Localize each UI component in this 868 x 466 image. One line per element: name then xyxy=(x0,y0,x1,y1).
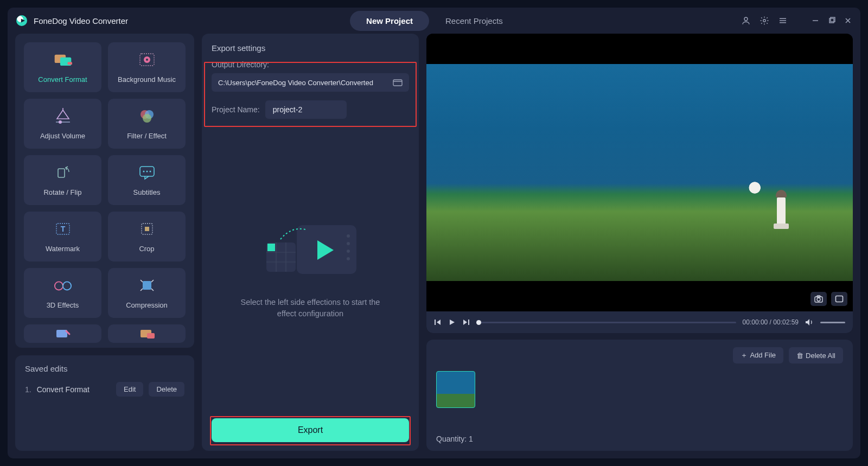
video-preview[interactable] xyxy=(426,34,853,311)
svg-rect-7 xyxy=(831,17,835,22)
tool-label: Compression xyxy=(126,301,168,309)
browse-folder-icon[interactable] xyxy=(393,78,403,87)
svg-rect-22 xyxy=(58,169,65,177)
project-tabs: New Project Recent Projects xyxy=(135,11,735,31)
window-close-icon[interactable] xyxy=(844,17,852,24)
output-directory-value: C:\Users\pc\FoneDog Video Converter\Conv… xyxy=(218,79,393,87)
tool-convert-format[interactable]: Convert Format xyxy=(24,42,101,92)
tool-label: Background Music xyxy=(118,75,176,84)
tool-adjust-volume[interactable]: Adjust Volume xyxy=(24,99,101,149)
volume-icon[interactable] xyxy=(805,318,814,326)
saved-edit-name: Convert Format xyxy=(37,385,111,394)
window-minimize-icon[interactable] xyxy=(812,17,819,24)
settings-icon[interactable] xyxy=(760,16,769,25)
titlebar: FoneDog Video Converter New Project Rece… xyxy=(8,8,860,34)
project-name-input[interactable] xyxy=(265,100,347,119)
convert-format-icon xyxy=(54,52,72,68)
svg-point-15 xyxy=(146,59,148,61)
svg-rect-49 xyxy=(267,244,275,251)
glasses-3d-icon xyxy=(54,277,72,293)
svg-rect-12 xyxy=(67,62,72,65)
tool-label: Rotate / Flip xyxy=(43,188,81,196)
svg-text:T: T xyxy=(60,225,65,233)
tab-new-project[interactable]: New Project xyxy=(350,11,429,31)
export-settings-title: Export settings xyxy=(212,43,409,53)
volume-slider[interactable] xyxy=(820,322,845,323)
add-file-button[interactable]: ＋Add File xyxy=(733,347,783,363)
edit-button[interactable]: Edit xyxy=(116,382,143,397)
svg-point-43 xyxy=(347,257,350,260)
enhance-icon xyxy=(54,329,72,341)
right-column: 00:00:00 / 00:02:59 ＋Add File 🗑Delete Al… xyxy=(426,34,853,451)
volume-icon xyxy=(54,108,72,124)
tool-more-2[interactable] xyxy=(108,324,186,343)
tool-background-music[interactable]: Background Music xyxy=(108,42,186,92)
snapshot-icon[interactable] xyxy=(810,292,827,306)
next-frame-icon[interactable] xyxy=(462,318,470,326)
output-directory-label: Output Directory: xyxy=(212,60,409,69)
svg-rect-34 xyxy=(143,281,151,290)
prev-frame-icon[interactable] xyxy=(434,318,442,326)
tool-rotate-flip[interactable]: Rotate / Flip xyxy=(24,155,101,205)
svg-point-1 xyxy=(763,20,766,22)
video-frame xyxy=(426,64,853,280)
window-maximize-icon[interactable] xyxy=(828,17,835,24)
main-area: Convert Format Background Music Adjust V… xyxy=(8,34,860,458)
tool-subtitles[interactable]: Subtitles xyxy=(108,155,186,205)
export-button[interactable]: Export xyxy=(212,418,409,442)
tool-label: Crop xyxy=(139,245,154,253)
tool-filter-effect[interactable]: Filter / Effect xyxy=(108,99,186,149)
saved-edit-row: 1. Convert Format Edit Delete xyxy=(25,382,184,397)
output-directory-field: C:\Users\pc\FoneDog Video Converter\Conv… xyxy=(212,73,409,92)
app-title: FoneDog Video Converter xyxy=(34,16,128,25)
gif-icon xyxy=(138,329,156,341)
svg-rect-53 xyxy=(836,296,843,302)
saved-edits-title: Saved edits xyxy=(25,364,184,373)
delete-all-button[interactable]: 🗑Delete All xyxy=(789,347,843,363)
fullscreen-icon[interactable] xyxy=(831,292,847,306)
play-icon[interactable] xyxy=(448,318,456,326)
tool-more-1[interactable] xyxy=(24,324,101,343)
compression-icon xyxy=(138,277,156,293)
svg-rect-37 xyxy=(147,333,155,339)
watermark-icon: T xyxy=(54,221,72,237)
tool-watermark[interactable]: T Watermark xyxy=(24,212,101,261)
tool-label: Adjust Volume xyxy=(40,132,85,140)
tab-recent-projects[interactable]: Recent Projects xyxy=(429,11,519,31)
svg-point-25 xyxy=(146,170,148,172)
svg-point-24 xyxy=(143,170,144,172)
svg-point-18 xyxy=(59,120,62,124)
project-name-label: Project Name: xyxy=(212,105,260,114)
svg-rect-38 xyxy=(393,80,402,86)
tool-crop[interactable]: Crop xyxy=(108,212,186,261)
app-window: FoneDog Video Converter New Project Rece… xyxy=(8,8,860,458)
tool-label: Watermark xyxy=(46,245,80,253)
export-settings-panel: Export settings Output Directory: C:\Use… xyxy=(202,34,419,451)
file-thumbnails xyxy=(436,371,843,428)
filter-icon xyxy=(138,108,156,124)
app-logo-icon xyxy=(16,15,27,26)
quantity-display: Quantity: 1 xyxy=(436,435,843,443)
svg-point-21 xyxy=(143,114,151,123)
config-hint-text: Select the left side effections to start… xyxy=(232,297,389,320)
svg-point-51 xyxy=(817,298,820,301)
subtitles-icon xyxy=(138,164,156,181)
progress-slider[interactable] xyxy=(476,322,736,323)
svg-point-32 xyxy=(63,282,71,290)
tool-compression[interactable]: Compression xyxy=(108,268,186,318)
tool-3d-effects[interactable]: 3D Effects xyxy=(24,268,101,318)
account-icon[interactable] xyxy=(741,16,751,25)
svg-point-26 xyxy=(149,170,151,172)
menu-icon[interactable] xyxy=(778,16,788,25)
file-thumbnail[interactable] xyxy=(436,371,475,408)
saved-edit-index: 1. xyxy=(25,385,31,394)
tool-grid: Convert Format Background Music Adjust V… xyxy=(15,34,194,348)
svg-point-42 xyxy=(347,250,350,253)
left-column: Convert Format Background Music Adjust V… xyxy=(15,34,194,451)
svg-rect-54 xyxy=(435,320,436,325)
svg-rect-6 xyxy=(829,18,834,23)
delete-button[interactable]: Delete xyxy=(149,382,184,397)
music-icon xyxy=(138,52,156,68)
svg-rect-55 xyxy=(468,320,469,325)
tool-label: Subtitles xyxy=(133,188,161,196)
